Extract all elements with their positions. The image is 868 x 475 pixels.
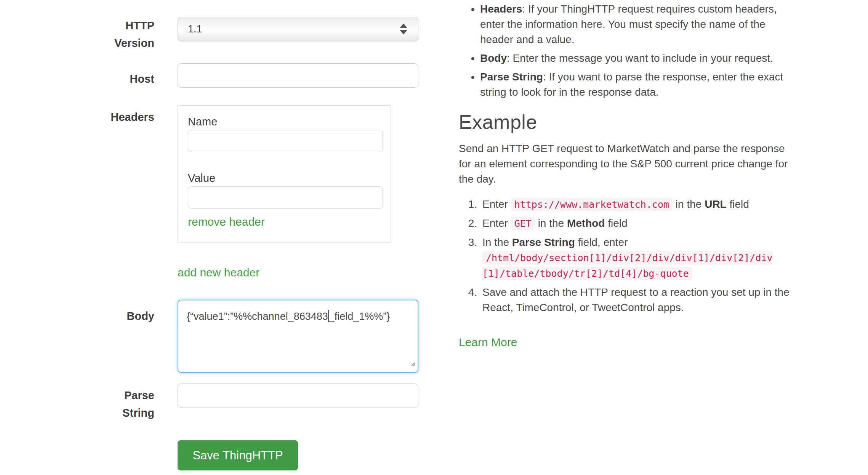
- headers-label: Headers: [0, 108, 154, 126]
- save-thinghttp-button[interactable]: Save ThingHTTP: [178, 440, 298, 470]
- http-version-selected-value: 1.1: [188, 23, 202, 35]
- body-label: Body: [0, 307, 154, 325]
- body-text-after-caret: _field_1%%”}: [329, 311, 390, 322]
- parse-string-label: Parse String: [0, 387, 154, 422]
- example-steps-list: Enter https://www.marketwatch.com in the…: [459, 197, 791, 315]
- parse-string-input[interactable]: [178, 384, 418, 408]
- url-code-snippet: https://www.marketwatch.com: [511, 198, 673, 211]
- header-value-label: Value: [188, 172, 215, 185]
- method-code-snippet: GET: [511, 217, 535, 230]
- parse-string-code-snippet: /html/body/section[1]/div[2]/div/div[1]/…: [482, 251, 773, 280]
- list-item: In the Parse String field, enter /html/b…: [480, 235, 791, 281]
- list-item: Enter https://www.marketwatch.com in the…: [480, 197, 791, 212]
- list-item: Save and attach the HTTP request to a re…: [480, 285, 791, 315]
- http-version-select[interactable]: 1.1: [178, 17, 418, 41]
- select-stepper-icon: [400, 24, 407, 35]
- host-label: Host: [0, 70, 154, 88]
- example-intro-paragraph: Send an HTTP GET request to MarketWatch …: [459, 141, 791, 187]
- body-text-before-caret: {“value1”:”%%channel_863483: [187, 311, 328, 322]
- textarea-resize-handle-icon[interactable]: [409, 356, 416, 370]
- list-item: Headers: If your ThingHTTP request requi…: [480, 2, 791, 47]
- header-value-input[interactable]: [188, 186, 383, 209]
- headers-group-box: Name Value remove header: [178, 105, 391, 242]
- learn-more-link[interactable]: Learn More: [459, 335, 517, 350]
- list-item: Parse String: If you want to parse the r…: [480, 69, 791, 100]
- host-input[interactable]: [178, 63, 418, 88]
- add-new-header-link[interactable]: add new header: [178, 266, 259, 279]
- header-name-label: Name: [188, 116, 217, 128]
- list-item: Body: Enter the message you want to incl…: [480, 51, 791, 66]
- remove-header-link[interactable]: remove header: [188, 215, 265, 228]
- field-description-list: Headers: If your ThingHTTP request requi…: [459, 2, 791, 100]
- http-version-label: HTTP Version: [0, 17, 154, 52]
- body-textarea[interactable]: {“value1”:”%%channel_863483_field_1%%”}: [178, 300, 418, 373]
- list-item: Enter GET in the Method field: [480, 216, 791, 231]
- example-heading: Example: [459, 114, 791, 130]
- documentation-panel: Headers: If your ThingHTTP request requi…: [459, 0, 791, 350]
- header-name-input[interactable]: [188, 130, 383, 152]
